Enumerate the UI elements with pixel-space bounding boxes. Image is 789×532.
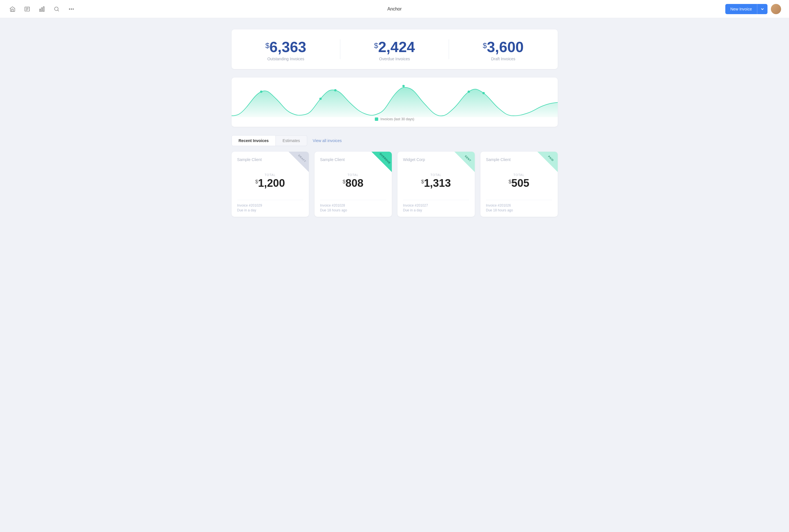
card-footer-0: Invoice #201029 Due in a day [237, 200, 303, 212]
card-footer-1: Invoice #201028 Due 18 hours ago [320, 200, 386, 212]
tab-estimates[interactable]: Estimates [276, 135, 307, 146]
nav-right: New Invoice [725, 4, 781, 14]
card-invoice-num-2: Invoice #201027 [403, 204, 469, 207]
invoice-cards-row: DRAFT Sample Client TOTAL $ 1,200 Invoic… [231, 152, 558, 217]
card-due-0: Due in a day [237, 208, 303, 212]
view-all-invoices-link[interactable]: View all invoices [313, 138, 342, 143]
svg-point-12 [467, 91, 470, 93]
chart-container [231, 83, 558, 117]
chart-section: Invoices (last 30 days) [231, 78, 558, 127]
svg-point-11 [402, 85, 405, 87]
card-amount-0: $ 1,200 [237, 178, 303, 188]
tabs-row: Recent Invoices Estimates View all invoi… [231, 135, 558, 146]
svg-rect-3 [43, 6, 44, 11]
search-icon[interactable] [52, 4, 61, 14]
stat-overdue-amount: $ 2,424 [346, 40, 443, 54]
card-dollar-0: $ [255, 179, 258, 185]
chart-icon[interactable] [37, 4, 46, 14]
card-amount-1: $ 808 [320, 178, 386, 188]
svg-point-4 [55, 7, 58, 11]
card-number-0: 1,200 [258, 178, 285, 188]
stat-outstanding-amount: $ 6,363 [237, 40, 335, 54]
badge-overdue: OVERDUE [369, 152, 392, 174]
stats-row: $ 6,363 Outstanding Invoices $ 2,424 Ove… [231, 30, 558, 69]
card-invoice-num-3: Invoice #201026 [486, 204, 552, 207]
nav-icons-group [8, 4, 76, 14]
chart-svg [231, 83, 558, 117]
chart-legend-label: Invoices (last 30 days) [380, 117, 414, 121]
legend-color-dot [375, 117, 378, 121]
stat-draft-number: 3,600 [487, 40, 524, 54]
card-amount-2: $ 1,313 [403, 178, 469, 188]
svg-point-6 [71, 8, 72, 10]
card-due-2: Due in a day [403, 208, 469, 212]
chevron-down-icon[interactable] [757, 4, 768, 14]
invoice-card-3[interactable]: PAID Sample Client TOTAL $ 505 Invoice #… [481, 152, 558, 217]
stat-draft[interactable]: $ 3,600 Draft Invoices [449, 30, 558, 69]
svg-point-9 [319, 98, 321, 100]
stat-outstanding-label: Outstanding Invoices [237, 57, 335, 61]
invoice-card-0[interactable]: DRAFT Sample Client TOTAL $ 1,200 Invoic… [231, 152, 309, 217]
stat-overdue[interactable]: $ 2,424 Overdue Invoices [340, 30, 449, 69]
stat-draft-dollar: $ [483, 41, 487, 50]
stat-overdue-label: Overdue Invoices [346, 57, 443, 61]
avatar-image [771, 4, 781, 14]
navbar: Anchor New Invoice [0, 0, 789, 18]
invoice-card-1[interactable]: OVERDUE Sample Client TOTAL $ 808 Invoic… [315, 152, 392, 217]
svg-rect-2 [41, 8, 42, 11]
card-invoice-num-0: Invoice #201029 [237, 204, 303, 207]
card-due-1: Due 18 hours ago [320, 208, 386, 212]
stat-draft-label: Draft Invoices [455, 57, 552, 61]
new-invoice-label: New Invoice [725, 4, 757, 14]
card-number-2: 1,313 [424, 178, 451, 188]
svg-point-13 [482, 92, 484, 94]
tab-recent-invoices[interactable]: Recent Invoices [231, 135, 276, 146]
chart-legend: Invoices (last 30 days) [231, 117, 558, 124]
main-content: $ 6,363 Outstanding Invoices $ 2,424 Ove… [225, 18, 564, 228]
card-due-3: Due 18 hours ago [486, 208, 552, 212]
card-footer-3: Invoice #201026 Due 18 hours ago [486, 200, 552, 212]
svg-point-7 [73, 8, 74, 10]
stat-outstanding-number: 6,363 [269, 40, 306, 54]
new-invoice-button[interactable]: New Invoice [725, 4, 768, 14]
badge-paid: PAID [535, 152, 558, 174]
invoice-card-2[interactable]: SENT Widget Corp TOTAL $ 1,313 Invoice #… [397, 152, 475, 217]
badge-sent: SENT [452, 152, 475, 174]
card-number-3: 505 [511, 178, 529, 188]
card-number-1: 808 [345, 178, 363, 188]
svg-point-5 [69, 8, 70, 10]
stat-draft-amount: $ 3,600 [455, 40, 552, 54]
more-icon[interactable] [67, 4, 76, 14]
avatar[interactable] [771, 4, 781, 14]
card-dollar-1: $ [342, 179, 345, 185]
svg-point-8 [260, 91, 262, 93]
svg-rect-1 [40, 9, 41, 11]
stat-outstanding[interactable]: $ 6,363 Outstanding Invoices [231, 30, 340, 69]
nav-title: Anchor [387, 6, 402, 12]
badge-draft: DRAFT [286, 152, 309, 174]
stat-overdue-number: 2,424 [378, 40, 415, 54]
card-dollar-3: $ [508, 179, 511, 185]
stat-overdue-dollar: $ [374, 41, 378, 50]
card-amount-3: $ 505 [486, 178, 552, 188]
svg-point-10 [334, 89, 336, 91]
card-invoice-num-1: Invoice #201028 [320, 204, 386, 207]
home-icon[interactable] [8, 4, 17, 14]
card-footer-2: Invoice #201027 Due in a day [403, 200, 469, 212]
card-dollar-2: $ [421, 179, 424, 185]
stat-outstanding-dollar: $ [265, 41, 269, 50]
list-icon[interactable] [23, 4, 32, 14]
